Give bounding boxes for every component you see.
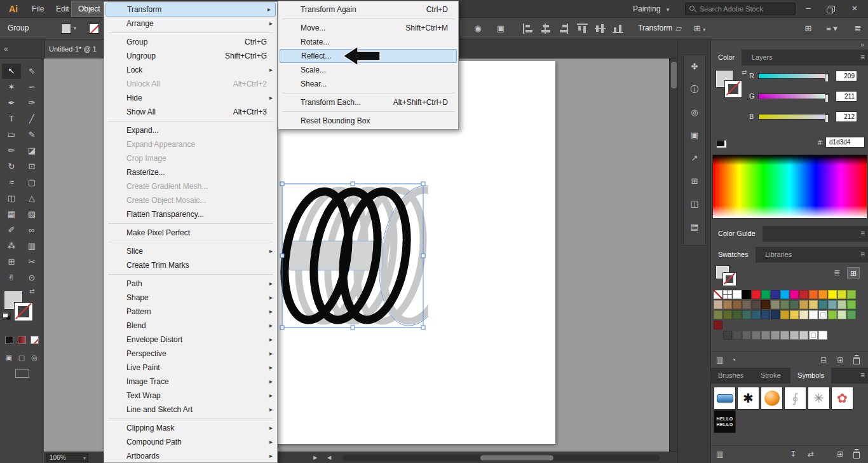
type-tool[interactable]: T	[2, 111, 21, 127]
swatch[interactable]	[790, 300, 799, 309]
swatch[interactable]	[761, 310, 770, 319]
rectangle-tool[interactable]: ▭	[2, 127, 21, 142]
export-panel-icon[interactable]: ↗	[686, 149, 703, 167]
zoom-tool[interactable]: ⊙	[22, 270, 41, 286]
menu-item-transform-each[interactable]: Transform Each...Alt+Shift+Ctrl+D	[278, 95, 458, 109]
swatch[interactable]	[828, 310, 837, 319]
green-slider-track[interactable]	[758, 93, 829, 99]
horizontal-scrollbar[interactable]	[342, 455, 660, 461]
tab-stroke[interactable]: Stroke	[754, 368, 788, 384]
width-tool[interactable]: ≈	[2, 175, 21, 190]
menu-item-make-pixel-perfect[interactable]: Make Pixel Perfect	[104, 226, 277, 240]
mesh-tool[interactable]: ▦	[2, 207, 21, 222]
align-vertical-top-icon[interactable]	[577, 24, 588, 34]
stock-search-box[interactable]	[685, 3, 796, 15]
blob-brush-tool[interactable]: ✏	[2, 143, 21, 158]
transform-each-icon[interactable]: ▱	[671, 18, 686, 39]
web-button-symbol[interactable]	[714, 387, 736, 410]
menu-item-envelope-distort[interactable]: Envelope Distort▸	[104, 333, 277, 347]
tab-symbols[interactable]: Symbols	[790, 368, 831, 384]
red-slider-handle[interactable]	[825, 74, 829, 82]
swatch[interactable]	[771, 300, 780, 309]
blue-value-field[interactable]: 212	[836, 111, 857, 122]
swatch-kinds-icon[interactable]: ◔	[731, 352, 736, 368]
swatch[interactable]	[714, 300, 722, 309]
draw-behind-icon[interactable]: ▢	[17, 352, 27, 363]
align-horizontal-left-icon[interactable]	[522, 24, 533, 34]
screen-mode-button[interactable]	[15, 369, 29, 378]
align-horizontal-right-icon[interactable]	[558, 24, 569, 34]
swatch[interactable]	[752, 331, 761, 340]
line-segment-tool[interactable]: ╱	[22, 111, 41, 127]
swatch[interactable]	[771, 310, 780, 319]
green-slider-handle[interactable]	[825, 94, 829, 102]
swatch[interactable]	[761, 300, 770, 309]
document-arrangement-icon[interactable]: ⊞	[801, 18, 816, 39]
menu-item-show-all[interactable]: Show AllAlt+Ctrl+3	[104, 105, 277, 119]
swatch[interactable]	[799, 290, 808, 299]
swatch-libraries-icon[interactable]: ▥	[716, 352, 723, 368]
pen-tool[interactable]: ✒	[2, 95, 21, 111]
swatch[interactable]	[723, 331, 732, 340]
blue-slider-handle[interactable]	[825, 114, 829, 123]
symbol-libraries-icon[interactable]: ▥	[716, 446, 723, 462]
swatch[interactable]	[723, 290, 732, 299]
pathfinder-panel-icon[interactable]: ◫	[686, 195, 703, 213]
next-artboard-icon[interactable]: ▶	[313, 452, 317, 463]
pencil-tool[interactable]: ✎	[22, 127, 41, 142]
color-themes-panel-icon[interactable]: ✤	[686, 58, 703, 76]
color-spectrum[interactable]	[712, 155, 867, 219]
blend-tool[interactable]: ∞	[22, 223, 41, 238]
workspace-menu-icon[interactable]: ≡ ▾	[822, 18, 841, 39]
swatch[interactable]	[837, 310, 846, 319]
none-mode-button[interactable]	[31, 336, 39, 344]
menu-item-move[interactable]: Move...Shift+Ctrl+M	[278, 21, 458, 35]
panel-menu-icon[interactable]: ≡	[860, 368, 865, 384]
place-symbol-icon[interactable]: ↧	[790, 446, 796, 462]
swatch[interactable]	[818, 331, 827, 340]
flower-symbol[interactable]: ✿	[831, 387, 853, 410]
free-transform-tool[interactable]: ▢	[22, 175, 41, 190]
align-vertical-center-icon[interactable]	[595, 24, 606, 34]
swatch[interactable]	[790, 290, 799, 299]
slice-tool[interactable]: ✂	[22, 254, 41, 270]
prev-artboard-icon[interactable]: ◀	[327, 452, 331, 463]
swatch[interactable]	[828, 300, 837, 309]
transform-panel-icon[interactable]: ⊞	[686, 172, 703, 190]
new-symbol-icon[interactable]: ⊞	[837, 446, 843, 462]
menu-file[interactable]: File	[25, 0, 50, 18]
color-mode-button[interactable]	[5, 336, 13, 344]
stroke-swatch[interactable]	[15, 303, 32, 321]
search-input[interactable]	[700, 3, 794, 15]
swatch[interactable]	[790, 310, 799, 319]
swatch[interactable]	[733, 300, 742, 309]
swatch[interactable]	[837, 290, 846, 299]
expand-panels-icon[interactable]: »	[860, 39, 864, 50]
menu-item-arrange[interactable]: Arrange▸	[104, 17, 277, 31]
grid-view-icon[interactable]: ⊞	[847, 267, 860, 279]
panel-list-icon[interactable]: ≣	[850, 18, 865, 39]
swatch[interactable]	[742, 290, 751, 299]
swatch[interactable]	[847, 290, 856, 299]
orange-ball-symbol[interactable]	[761, 387, 783, 410]
magic-wand-tool[interactable]: ✶	[2, 79, 21, 95]
hand-tool[interactable]: ✌	[2, 270, 21, 286]
swatch[interactable]	[818, 300, 827, 309]
lasso-tool[interactable]: ∽	[22, 79, 41, 95]
menu-item-path[interactable]: Path▸	[104, 277, 277, 291]
isolate-object-icon[interactable]: ▣	[493, 18, 508, 39]
hello-hello-symbol[interactable]: HELLO HELLO	[714, 410, 736, 433]
align-horizontal-center-icon[interactable]	[540, 24, 551, 34]
draw-inside-icon[interactable]: ◎	[29, 352, 39, 363]
swatch[interactable]	[771, 331, 780, 340]
menu-item-perspective[interactable]: Perspective▸	[104, 347, 277, 361]
gradient-tool[interactable]: ▧	[22, 207, 41, 222]
new-swatch-icon[interactable]: ⊞	[837, 352, 843, 368]
fill-color-swatch[interactable]	[61, 24, 71, 34]
menu-item-rasterize[interactable]: Rasterize...	[104, 165, 277, 179]
more-options-icon[interactable]: ⊞ ▾	[690, 18, 709, 39]
rosette-symbol[interactable]: ✳	[808, 387, 830, 410]
delete-swatch-icon[interactable]	[853, 357, 860, 364]
swatch[interactable]	[847, 310, 856, 319]
menu-item-compound-path[interactable]: Compound Path▸	[104, 435, 277, 449]
